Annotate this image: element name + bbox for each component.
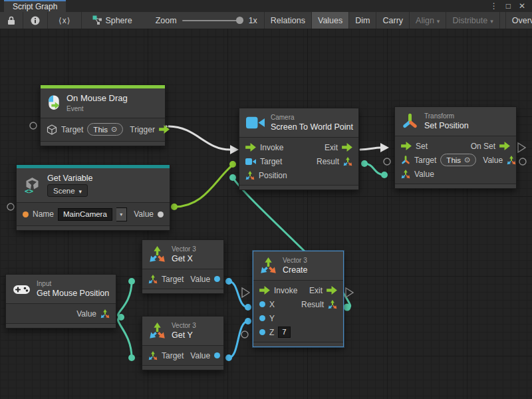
zoom-slider-track [182,20,243,21]
target-this-chip[interactable]: This ⊙ [87,123,123,136]
name-port[interactable] [23,211,29,217]
unconnected-flow-indicator [518,143,525,152]
close-icon[interactable]: ✕ [519,0,525,12]
unconnected-port-indicator [384,158,390,165]
align-dropdown[interactable]: Align ▾ [410,12,446,29]
value-port-label: Value [134,209,154,219]
port-row: Position [239,168,358,182]
flow-in-port[interactable] [401,142,412,150]
zoom-slider-handle[interactable] [236,17,243,24]
z-port[interactable] [259,329,265,335]
menu-icon[interactable]: ⋮ [490,0,498,12]
vector3-port-icon[interactable] [343,157,352,166]
wire-endpoint [229,174,236,181]
relations-toggle[interactable]: Relations [265,12,312,29]
port-row: Target Value [142,348,223,362]
variable-scope-dropdown[interactable]: Scene ▾ [47,184,88,197]
lock-icon [7,16,15,25]
port-row: Target This ⊙ Value [395,153,516,167]
wire-endpoint [225,278,232,285]
code-preview-button[interactable]: ⟨x⟩ [48,12,82,29]
connection-gety-y[interactable] [229,321,248,358]
vector3-port-icon[interactable] [328,300,337,309]
target-port-label: Target [61,125,83,134]
graph-icon [92,15,102,25]
node-create-vector3[interactable]: Vector 3 Create Invoke Exit [253,251,344,347]
graph-owner-label: Sphere [105,16,132,25]
y-port[interactable] [259,315,265,321]
zoom-slider[interactable] [182,12,243,29]
vector3-icon [149,246,166,263]
info-button[interactable] [23,12,48,29]
flow-in-port[interactable] [259,286,270,295]
tab-script-graph[interactable]: Script Graph [4,0,66,12]
connection-result-value[interactable] [364,164,384,175]
value-port[interactable] [214,352,220,358]
node-subtitle: Event [66,105,128,112]
flow-out-port[interactable] [499,142,510,150]
dim-toggle[interactable]: Dim [349,12,376,29]
node-header: Vector 3 Get Y [142,317,223,346]
node-get-x[interactable]: Vector 3 Get X Target Value [142,239,224,294]
node-title: Screen To World Point [271,122,353,132]
connection-variable-target[interactable] [174,165,233,207]
node-screen-to-world-point[interactable]: Camera Screen To World Point Invoke Exit [239,108,359,190]
vector3-port-icon[interactable] [245,171,255,180]
node-get-mouse-position[interactable]: Input Get Mouse Position Value [5,274,116,329]
overview-button[interactable]: Overview [505,12,532,29]
unconnected-port-indicator [7,203,14,210]
graph-owner-button[interactable]: Sphere [82,12,138,29]
value-port[interactable] [158,211,164,217]
value-port[interactable] [214,276,220,282]
carry-toggle[interactable]: Carry [376,12,410,29]
wire-endpoint [245,304,251,311]
flow-in-port[interactable] [245,143,256,152]
camera-port-icon[interactable] [245,158,256,166]
target-this-chip[interactable]: This ⊙ [440,154,476,166]
connection-trigger-invoke[interactable] [168,126,230,150]
node-footer [239,185,358,190]
distribute-dropdown[interactable]: Distribute ▾ [446,12,499,29]
vector3-icon [149,323,166,339]
node-header: Get Variable Scene ▾ [17,168,170,203]
port-row: Target Value [142,272,223,286]
connection-mouse-gety[interactable] [118,317,132,358]
vector3-port-icon[interactable] [148,351,158,360]
gameobject-icon [47,124,57,135]
code-icon: ⟨x⟩ [59,16,70,25]
node-get-y[interactable]: Vector 3 Get Y Target Value [142,316,224,370]
vector3-port-icon[interactable] [100,309,110,319]
info-icon [31,16,40,25]
wire-endpoint [225,354,232,361]
values-toggle[interactable]: Values [312,12,349,29]
wire-endpoint [361,160,368,167]
maximize-icon[interactable]: □ [506,0,511,12]
unconnected-port-indicator [519,158,526,165]
node-get-variable[interactable]: Get Variable Scene ▾ Name MainCamera▾ Va [16,164,170,231]
flow-out-port[interactable] [342,143,352,152]
flow-wire-arrowhead [230,145,239,154]
variable-name-dropdown[interactable]: ▾ [116,207,127,221]
flow-out-port[interactable] [159,125,170,134]
vector3-port-icon[interactable] [507,156,516,165]
node-footer [17,225,170,230]
node-on-mouse-drag[interactable]: On Mouse Drag Event Target This ⊙ [40,84,166,146]
vector3-port-icon[interactable] [148,275,158,284]
connection-getx-x[interactable] [229,281,248,307]
vector3-port-icon[interactable] [401,170,410,179]
connection-mouse-getx[interactable] [118,281,132,317]
transform-icon [402,113,418,130]
connection-exit-set[interactable] [360,148,380,150]
node-category: Vector 3 [283,257,308,264]
transform-port-icon[interactable] [401,156,410,165]
lock-button[interactable] [0,12,23,29]
node-set-position[interactable]: Transform Set Position Set On Set [394,106,517,189]
name-port-label: Name [33,209,54,219]
flow-out-port[interactable] [327,286,337,295]
port-row: X Result [253,297,343,311]
x-port[interactable] [259,301,265,307]
graph-canvas[interactable]: On Mouse Drag Event Target This ⊙ [0,29,532,399]
variable-name-field[interactable]: MainCamera [58,208,112,221]
z-value-field[interactable]: 7 [278,327,290,338]
node-header: Vector 3 Create [253,251,343,281]
